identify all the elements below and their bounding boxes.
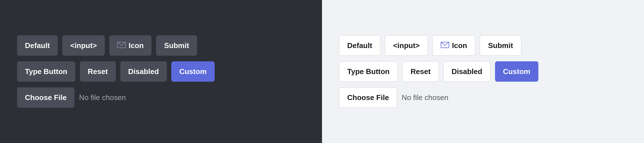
light-input-button[interactable]: <input> — [385, 35, 428, 56]
dark-custom-button[interactable]: Custom — [171, 61, 215, 82]
dark-panel: Default <input> Icon Submit Type Button … — [0, 0, 322, 143]
light-file-row: Choose File No file chosen — [339, 87, 627, 108]
light-typebutton-button[interactable]: Type Button — [339, 61, 398, 82]
light-icon-button[interactable]: Icon — [432, 35, 475, 56]
light-no-file-text: No file chosen — [402, 93, 448, 102]
dark-choose-file-button[interactable]: Choose File — [17, 87, 74, 108]
dark-no-file-text: No file chosen — [79, 93, 126, 102]
envelope-icon — [117, 41, 126, 50]
dark-input-button[interactable]: <input> — [62, 35, 105, 56]
light-submit-button[interactable]: Submit — [480, 35, 521, 56]
light-row-1: Default <input> Icon Submit — [339, 35, 627, 56]
light-disabled-button[interactable]: Disabled — [443, 61, 491, 82]
envelope-icon-light — [441, 41, 449, 50]
light-choose-file-button[interactable]: Choose File — [339, 87, 397, 108]
dark-typebutton-button[interactable]: Type Button — [17, 61, 75, 82]
dark-icon-label: Icon — [129, 41, 144, 50]
dark-row-2: Type Button Reset Disabled Custom — [17, 61, 305, 82]
dark-row-1: Default <input> Icon Submit — [17, 35, 305, 56]
dark-reset-button[interactable]: Reset — [80, 61, 116, 82]
light-default-button[interactable]: Default — [339, 35, 380, 56]
dark-default-button[interactable]: Default — [17, 35, 58, 56]
dark-disabled-button[interactable]: Disabled — [120, 61, 167, 82]
dark-icon-button[interactable]: Icon — [109, 35, 152, 56]
light-icon-label: Icon — [452, 41, 467, 50]
light-row-2: Type Button Reset Disabled Custom — [339, 61, 627, 82]
light-panel: Default <input> Icon Submit Type Button … — [322, 0, 644, 143]
light-reset-button[interactable]: Reset — [402, 61, 439, 82]
light-custom-button[interactable]: Custom — [495, 61, 538, 82]
dark-file-row: Choose File No file chosen — [17, 87, 305, 108]
dark-submit-button[interactable]: Submit — [156, 35, 197, 56]
